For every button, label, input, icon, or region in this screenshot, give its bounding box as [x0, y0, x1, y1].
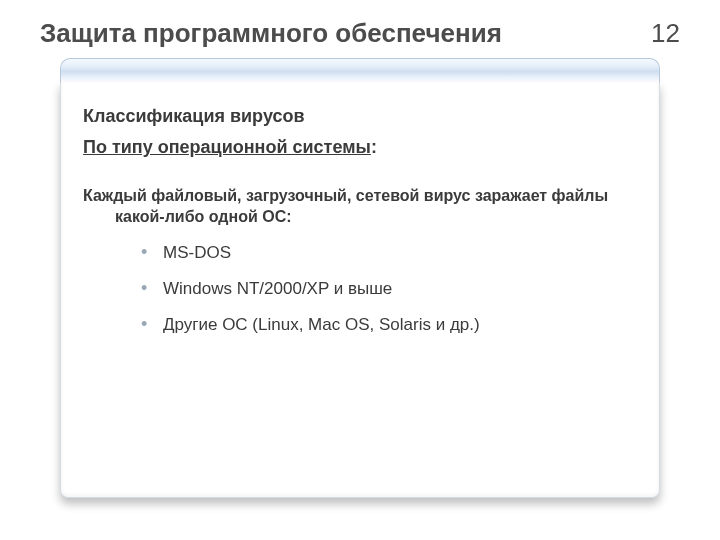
- list-item: Windows NT/2000/XP и выше: [141, 278, 629, 300]
- content-subtitle: Классификация вирусов: [83, 106, 629, 127]
- list-item: Другие ОС (Linux, Mac OS, Solaris и др.): [141, 314, 629, 336]
- classifier-text: По типу операционной системы: [83, 137, 371, 157]
- slide-header: Защита программного обеспечения 12: [40, 18, 680, 49]
- lead-line-1: Каждый файловый, загрузочный, сетевой ви…: [83, 187, 608, 204]
- lead-line-2: какой-либо одной ОС:: [83, 207, 629, 228]
- content-classifier: По типу операционной системы:: [83, 137, 629, 158]
- content-panel: Классификация вирусов По типу операционн…: [60, 58, 660, 498]
- panel-body: Классификация вирусов По типу операционн…: [60, 82, 660, 498]
- slide: Защита программного обеспечения 12 Класс…: [0, 0, 720, 540]
- panel-chrome-top: [60, 58, 660, 82]
- content-lead: Каждый файловый, загрузочный, сетевой ви…: [83, 186, 629, 228]
- classifier-tail: :: [371, 137, 377, 157]
- page-number: 12: [651, 18, 680, 49]
- list-item: MS-DOS: [141, 242, 629, 264]
- bullet-list: MS-DOS Windows NT/2000/XP и выше Другие …: [83, 242, 629, 336]
- page-title: Защита программного обеспечения: [40, 18, 502, 49]
